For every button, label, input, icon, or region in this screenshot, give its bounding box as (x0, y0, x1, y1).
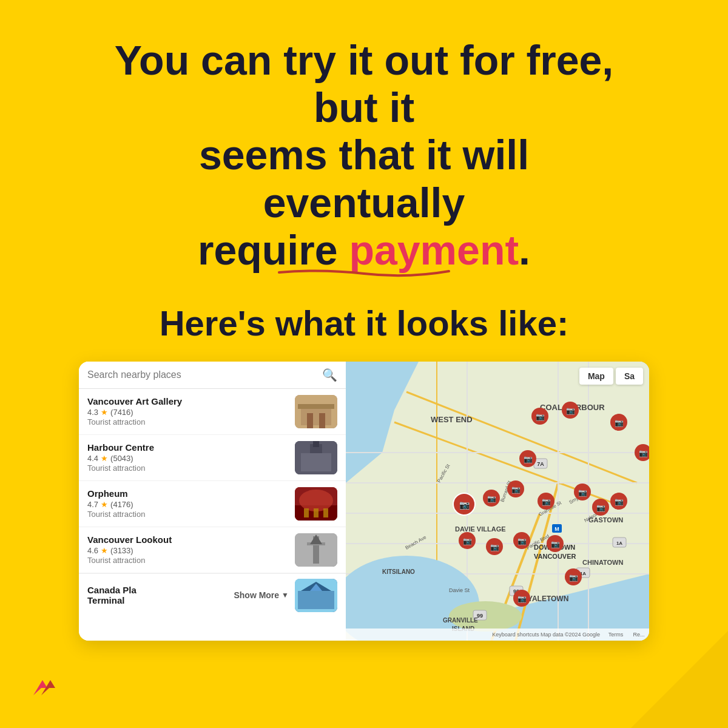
place-info-orp: Orpheum 4.7 ★ (4176) Tourist attraction (87, 488, 289, 519)
rating-value-vag: 4.3 (87, 408, 98, 417)
place-thumb-cp (295, 579, 337, 612)
review-count-hc: (5043) (110, 454, 133, 463)
canada-place-info: Canada PlaTerminal (87, 585, 225, 605)
place-info-vl: Vancouver Lookout 4.6 ★ (3133) Tourist a… (87, 534, 289, 565)
ui-preview-card: 🔍 Vancouver Art Gallery 4.3 ★ (7416) Tou… (79, 362, 649, 641)
place-rating-orp: 4.7 ★ (4176) (87, 500, 289, 509)
search-input[interactable] (87, 369, 322, 380)
place-type-vag: Tourist attraction (87, 417, 289, 426)
headline-line3-prefix: require (198, 227, 349, 273)
svg-text:📷: 📷 (459, 500, 470, 510)
place-item-orp[interactable]: Orpheum 4.7 ★ (4176) Tourist attraction (79, 481, 346, 527)
place-thumb-hc (295, 441, 337, 474)
star-icon-vl: ★ (101, 546, 108, 555)
svg-text:📷: 📷 (463, 536, 472, 545)
svg-text:📷: 📷 (517, 594, 527, 603)
svg-text:📷: 📷 (517, 536, 527, 545)
svg-text:📷: 📷 (511, 485, 521, 494)
svg-text:Davie St: Davie St (449, 587, 470, 593)
satellite-button[interactable]: Sa (616, 368, 643, 385)
search-icon[interactable]: 🔍 (322, 368, 337, 382)
place-type-hc: Tourist attraction (87, 463, 289, 473)
svg-text:GASTOWN: GASTOWN (588, 516, 623, 524)
map-top-bar: Map Sa (579, 368, 643, 385)
svg-rect-12 (304, 508, 309, 517)
star-icon-orp: ★ (101, 500, 108, 509)
place-item-vag[interactable]: Vancouver Art Gallery 4.3 ★ (7416) Touri… (79, 389, 346, 435)
place-info-vag: Vancouver Art Gallery 4.3 ★ (7416) Touri… (87, 396, 289, 426)
show-more-label: Show More (234, 590, 279, 600)
place-name-hc: Harbour Centre (87, 442, 289, 453)
payment-word: payment (349, 227, 519, 273)
headline-line1: You can try it out for free, but it (115, 37, 613, 130)
place-name-vl: Vancouver Lookout (87, 534, 289, 545)
svg-text:📷: 📷 (615, 497, 624, 506)
show-more-container: Show More ▼ (231, 590, 289, 600)
svg-text:📷: 📷 (578, 488, 587, 497)
place-type-orp: Tourist attraction (87, 510, 289, 519)
svg-text:CHINATOWN: CHINATOWN (582, 559, 623, 566)
show-more-button[interactable]: Show More ▼ (234, 590, 289, 600)
place-rating-vl: 4.6 ★ (3133) (87, 546, 289, 555)
review-count-vl: (3133) (110, 546, 133, 555)
place-thumb-orp (295, 487, 337, 521)
review-count-vag: (7416) (110, 408, 133, 417)
svg-text:Terms: Terms (608, 632, 624, 638)
svg-rect-1 (301, 407, 331, 425)
svg-text:Keyboard shortcuts: Keyboard shortcuts (492, 632, 539, 638)
place-rating-vag: 4.3 ★ (7416) (87, 408, 289, 417)
place-thumb-vl (295, 533, 337, 567)
svg-text:📷: 📷 (542, 497, 551, 506)
places-list-panel: 🔍 Vancouver Art Gallery 4.3 ★ (7416) Tou… (79, 362, 346, 641)
triangle-svg (631, 631, 728, 728)
svg-text:📷: 📷 (487, 494, 496, 503)
rating-value-hc: 4.4 (87, 454, 98, 463)
svg-text:7A: 7A (537, 461, 544, 467)
svg-text:DAVIE VILLAGE: DAVIE VILLAGE (455, 525, 506, 533)
brand-logo (30, 671, 61, 701)
main-container: You can try it out for free, but it seem… (0, 0, 728, 728)
svg-text:📷: 📷 (536, 412, 545, 421)
rating-value-orp: 4.7 (87, 500, 98, 509)
svg-text:📷: 📷 (596, 503, 605, 512)
logo-wrap (30, 671, 61, 704)
place-name-vag: Vancouver Art Gallery (87, 396, 289, 406)
place-rating-hc: 4.4 ★ (5043) (87, 454, 289, 463)
svg-text:📷: 📷 (551, 539, 560, 548)
svg-text:Map data ©2024 Google: Map data ©2024 Google (541, 632, 600, 638)
svg-rect-20 (298, 591, 334, 609)
svg-text:YALETOWN: YALETOWN (528, 595, 568, 603)
svg-rect-2 (298, 404, 334, 409)
place-name-orp: Orpheum (87, 488, 289, 499)
review-count-orp: (4176) (110, 500, 133, 509)
canada-place-row: Canada PlaTerminal Show More ▼ (79, 573, 346, 617)
map-svg: Davie St Beach Ave Pacific St Granville … (346, 362, 649, 641)
svg-rect-14 (323, 508, 328, 517)
svg-text:📷: 📷 (569, 573, 578, 582)
svg-text:1A: 1A (616, 541, 622, 546)
place-info-hc: Harbour Centre 4.4 ★ (5043) Tourist attr… (87, 442, 289, 473)
map-button[interactable]: Map (579, 368, 613, 385)
rating-value-vl: 4.6 (87, 546, 98, 555)
svg-rect-7 (301, 453, 331, 471)
place-item-hc[interactable]: Harbour Centre 4.4 ★ (5043) Tourist attr… (79, 435, 346, 481)
svg-text:WEST END: WEST END (431, 415, 473, 424)
svg-text:📷: 📷 (566, 406, 575, 415)
svg-text:M: M (554, 526, 559, 532)
svg-marker-114 (631, 631, 728, 728)
place-type-vl: Tourist attraction (87, 556, 289, 565)
chevron-down-icon: ▼ (281, 591, 289, 599)
svg-rect-13 (314, 508, 318, 517)
svg-text:KITSILANO: KITSILANO (382, 568, 415, 575)
place-item-vl[interactable]: Vancouver Lookout 4.6 ★ (3133) Tourist a… (79, 527, 346, 573)
search-bar[interactable]: 🔍 (79, 362, 346, 389)
place-thumb-vag (295, 395, 337, 428)
headline-text: You can try it out for free, but it seem… (109, 36, 619, 274)
triangle-decoration (631, 631, 728, 728)
star-icon-vag: ★ (101, 408, 108, 417)
map-panel: Davie St Beach Ave Pacific St Granville … (346, 362, 649, 641)
svg-text:GRANVILLE: GRANVILLE (443, 617, 478, 624)
svg-text:📷: 📷 (615, 418, 624, 427)
headline-line2: seems that it will eventually (199, 132, 529, 225)
subheadline-text: Here's what it looks like: (109, 303, 619, 343)
